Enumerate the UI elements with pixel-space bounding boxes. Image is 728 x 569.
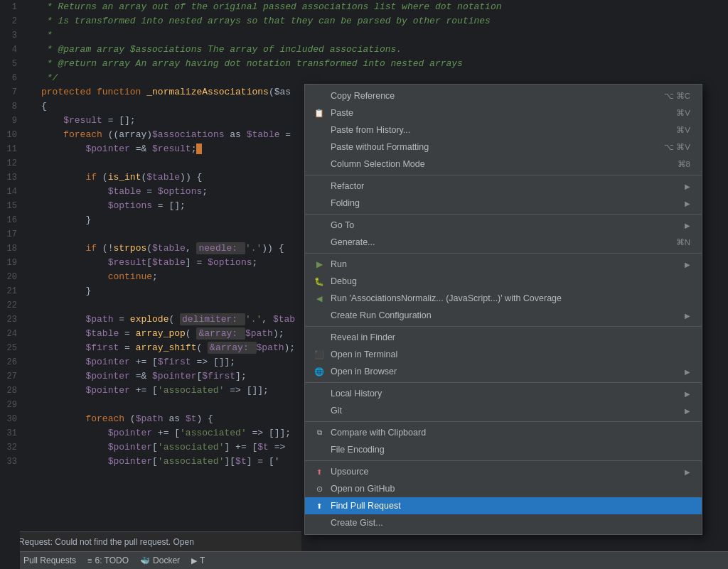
git-icon: [314, 405, 325, 416]
menu-item-folding[interactable]: Folding ▶: [305, 195, 702, 212]
menu-item-open-in-browser[interactable]: 🌐 Open in Browser ▶: [305, 363, 702, 380]
separator-6: [305, 421, 702, 422]
refactor-arrow: ▶: [685, 183, 690, 190]
reveal-finder-icon: [314, 332, 325, 343]
terminal-icon: ⬛: [314, 349, 325, 360]
code-line-4: * @param array $associations The array o…: [41, 43, 728, 57]
menu-item-paste-shortcut: ⌘V: [676, 108, 690, 118]
menu-item-reveal-in-finder[interactable]: Reveal in Finder: [305, 329, 702, 346]
code-line-6: */: [41, 71, 728, 85]
paste-icon: 📋: [314, 107, 325, 119]
menu-item-create-run-config[interactable]: Create Run Configuration ▶: [305, 307, 702, 324]
separator-4: [305, 326, 702, 327]
menu-item-column-selection[interactable]: Column Selection Mode ⌘8: [305, 156, 702, 173]
notification-bar: ⚠ Request: Could not find the pull reque…: [0, 531, 301, 551]
menu-item-git-label: Git: [331, 406, 342, 416]
menu-item-debug-label: Debug: [331, 276, 357, 286]
refactor-icon: [314, 180, 325, 192]
menu-item-run-coverage[interactable]: ◀ Run 'AssociationsNormaliz... (JavaScri…: [305, 290, 702, 307]
create-gist-icon: [314, 517, 325, 529]
menu-item-debug[interactable]: 🐛 Debug: [305, 273, 702, 290]
menu-item-compare-clipboard[interactable]: ⧉ Compare with Clipboard: [305, 424, 702, 441]
menu-item-local-history-label: Local History: [331, 389, 382, 399]
run-arrow: ▶: [685, 261, 690, 269]
separator-2: [305, 214, 702, 215]
open-browser-arrow: ▶: [685, 368, 690, 376]
menu-item-create-gist-label: Create Gist...: [331, 518, 383, 528]
find-pull-request-icon: ⬆: [314, 500, 325, 511]
menu-item-paste-without-formatting-label: Paste without Formatting: [331, 142, 429, 152]
code-line-3: *: [41, 28, 728, 43]
menu-item-run-label: Run: [331, 259, 347, 269]
create-run-config-arrow: ▶: [685, 312, 690, 320]
code-line-5: * @return array An array having dot nota…: [41, 57, 728, 71]
menu-item-paste-without-formatting[interactable]: Paste without Formatting ⌥ ⌘V: [305, 139, 702, 156]
menu-item-run-coverage-label: Run 'AssociationsNormaliz... (JavaScript…: [331, 293, 562, 303]
upsource-icon: ⬆: [314, 466, 325, 477]
create-run-config-icon: [314, 310, 325, 321]
menu-item-git[interactable]: Git ▶: [305, 402, 702, 419]
menu-item-paste-from-history-label: Paste from History...: [331, 125, 410, 135]
debug-icon: 🐛: [314, 276, 325, 287]
github-icon: ⊙: [314, 483, 325, 494]
menu-item-compare-clipboard-label: Compare with Clipboard: [331, 428, 426, 438]
menu-item-upsource[interactable]: ⬆ Upsource ▶: [305, 463, 702, 480]
status-docker[interactable]: 🐳 Docker: [134, 552, 186, 569]
run-coverage-icon: ◀: [314, 293, 325, 304]
goto-icon: [314, 220, 325, 231]
docker-icon: 🐳: [140, 556, 150, 565]
menu-item-file-encoding[interactable]: File Encoding: [305, 441, 702, 458]
menu-item-open-on-github-label: Open on GitHub: [331, 484, 395, 494]
local-history-arrow: ▶: [685, 390, 690, 398]
menu-item-folding-label: Folding: [331, 198, 360, 208]
menu-item-generate-shortcut: ⌘N: [676, 237, 690, 247]
separator-5: [305, 382, 702, 383]
menu-item-refactor-label: Refactor: [331, 181, 364, 191]
menu-item-create-run-config-label: Create Run Configuration: [331, 310, 432, 320]
todo-icon: ≡: [87, 556, 92, 565]
status-pull-requests-label: Pull Requests: [23, 556, 76, 565]
menu-item-generate[interactable]: Generate... ⌘N: [305, 234, 702, 251]
status-todo-label: 6: TODO: [95, 556, 129, 565]
file-encoding-icon: [314, 444, 325, 455]
code-line-2: * is transformed into nested arrays so t…: [41, 14, 728, 28]
menu-item-open-in-terminal-label: Open in Terminal: [331, 349, 397, 359]
menu-item-column-selection-shortcut: ⌘8: [678, 159, 690, 169]
local-history-icon: [314, 388, 325, 399]
menu-item-copy-reference[interactable]: Copy Reference ⌥ ⌘C: [305, 87, 702, 104]
separator-1: [305, 175, 702, 175]
menu-item-goto-label: Go To: [331, 220, 354, 230]
menu-item-paste-history-shortcut: ⌘V: [676, 125, 690, 135]
menu-item-column-selection-label: Column Selection Mode: [331, 159, 425, 169]
compare-icon: ⧉: [314, 427, 325, 438]
code-line-1: * Returns an array out of the original p…: [41, 0, 728, 14]
menu-item-goto[interactable]: Go To ▶: [305, 217, 702, 234]
terminal-status-icon: ▶: [191, 556, 197, 565]
separator-7: [305, 460, 702, 461]
paste-no-format-icon: [314, 141, 325, 153]
menu-item-paste-no-format-shortcut: ⌥ ⌘V: [664, 142, 690, 152]
browser-icon: 🌐: [314, 366, 325, 377]
copy-reference-icon: [314, 90, 325, 102]
paste-history-icon: [314, 124, 325, 136]
menu-item-find-pull-request-label: Find Pull Request: [331, 501, 401, 511]
menu-item-open-on-github[interactable]: ⊙ Open on GitHub: [305, 480, 702, 497]
menu-item-local-history[interactable]: Local History ▶: [305, 385, 702, 402]
menu-item-file-encoding-label: File Encoding: [331, 445, 385, 455]
status-bar: ⎇ Pull Requests ≡ 6: TODO 🐳 Docker ▶ T: [0, 551, 728, 569]
menu-item-paste[interactable]: 📋 Paste ⌘V: [305, 104, 702, 121]
menu-item-upsource-label: Upsource: [331, 467, 369, 477]
run-icon: ▶: [314, 259, 325, 270]
menu-item-run[interactable]: ▶ Run ▶: [305, 256, 702, 273]
menu-item-refactor[interactable]: Refactor ▶: [305, 178, 702, 195]
menu-item-open-in-terminal[interactable]: ⬛ Open in Terminal: [305, 346, 702, 363]
menu-item-find-pull-request[interactable]: ⬆ Find Pull Request: [305, 497, 702, 514]
menu-item-copy-reference-shortcut: ⌥ ⌘C: [664, 91, 691, 101]
menu-item-paste-from-history[interactable]: Paste from History... ⌘V: [305, 121, 702, 139]
column-selection-icon: [314, 158, 325, 170]
status-terminal[interactable]: ▶ T: [186, 552, 210, 569]
status-docker-label: Docker: [153, 556, 180, 565]
menu-item-create-gist[interactable]: Create Gist...: [305, 514, 702, 531]
menu-item-generate-label: Generate...: [331, 237, 375, 247]
status-todo[interactable]: ≡ 6: TODO: [82, 552, 134, 569]
